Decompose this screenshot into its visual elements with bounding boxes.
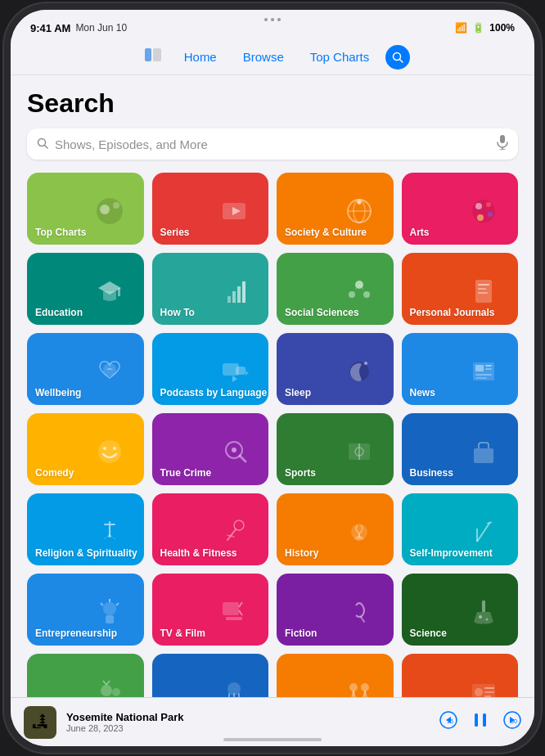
category-card-documentary[interactable]: Documentary <box>402 654 519 697</box>
category-card-series[interactable]: Series <box>152 173 269 245</box>
player-forward-button[interactable]: 30 <box>503 711 521 733</box>
category-card-comedy[interactable]: Comedy <box>27 413 144 485</box>
svg-rect-50 <box>475 377 487 379</box>
svg-rect-30 <box>242 281 245 303</box>
svg-point-89 <box>361 683 369 691</box>
svg-line-84 <box>103 681 106 685</box>
category-icon-tv-film <box>205 578 263 646</box>
battery-pct: 100% <box>489 22 515 34</box>
category-card-mental-health[interactable]: Mental Health <box>152 654 269 697</box>
svg-point-22 <box>486 202 491 207</box>
svg-line-62 <box>227 529 236 540</box>
category-icon-comedy <box>80 418 138 485</box>
category-card-kids-family[interactable]: Kids & Family <box>27 654 144 697</box>
svg-rect-37 <box>478 292 488 294</box>
home-nav-button[interactable]: Home <box>171 45 230 69</box>
mic-icon[interactable] <box>497 135 508 153</box>
category-card-entrepreneurship[interactable]: Entrepreneurship <box>27 574 144 646</box>
category-card-business[interactable]: Business <box>402 413 519 485</box>
topcharts-nav-button[interactable]: Top Charts <box>297 45 383 69</box>
svg-rect-29 <box>237 286 241 303</box>
svg-rect-46 <box>475 365 484 371</box>
svg-text:30: 30 <box>511 718 517 724</box>
dot2 <box>271 18 274 21</box>
category-card-true-crime[interactable]: True Crime <box>152 413 269 485</box>
svg-point-81 <box>486 619 489 621</box>
search-nav-button[interactable] <box>385 45 410 70</box>
category-card-religion-spirituality[interactable]: Religion & Spirituality <box>27 493 144 565</box>
svg-point-65 <box>354 536 364 541</box>
player-back-button[interactable]: 15 <box>439 711 457 733</box>
svg-rect-101 <box>475 713 478 727</box>
svg-point-88 <box>349 683 358 691</box>
category-card-tv-film[interactable]: TV & Film <box>152 574 269 646</box>
status-time: 9:41 AM <box>30 22 70 34</box>
svg-line-68 <box>487 522 492 524</box>
category-label-sports: Sports <box>285 467 316 479</box>
category-label-self-improvement: Self-Improvement <box>410 547 493 559</box>
category-label-arts: Arts <box>410 227 430 238</box>
svg-rect-47 <box>485 365 492 367</box>
category-label-entrepreneurship: Entrepreneurship <box>35 628 117 639</box>
category-card-wellbeing[interactable]: Wellbeing <box>27 333 144 405</box>
category-label-fiction: Fiction <box>285 628 317 639</box>
player-title: Yosemite National Park <box>66 711 430 723</box>
svg-rect-7 <box>500 135 505 143</box>
category-card-how-to[interactable]: How To <box>152 253 269 325</box>
dot1 <box>264 18 268 21</box>
player-info: Yosemite National Park June 28, 2023 <box>66 711 430 733</box>
category-icon-true-crime <box>205 418 263 485</box>
category-card-personal-journals[interactable]: Personal Journals <box>402 253 519 325</box>
category-card-science[interactable]: Science <box>402 574 519 646</box>
category-card-education[interactable]: Education <box>27 253 144 325</box>
svg-rect-34 <box>475 280 492 303</box>
svg-rect-102 <box>483 713 486 727</box>
svg-rect-60 <box>474 448 493 463</box>
svg-point-11 <box>100 205 110 214</box>
search-bar[interactable]: Shows, Episodes, and More <box>27 128 518 160</box>
category-card-news[interactable]: News <box>402 333 519 405</box>
category-card-history[interactable]: History <box>277 493 394 565</box>
category-icon-fiction <box>330 578 388 646</box>
browse-nav-button[interactable]: Browse <box>230 45 297 69</box>
category-card-sleep[interactable]: Sleep <box>277 333 394 405</box>
category-icon-top-charts <box>80 178 138 245</box>
category-icon-science <box>455 578 513 646</box>
svg-point-82 <box>101 685 112 696</box>
svg-rect-49 <box>475 374 492 376</box>
svg-rect-35 <box>478 284 489 286</box>
category-card-sports[interactable]: Sports <box>277 413 394 485</box>
svg-line-76 <box>239 610 242 615</box>
category-icon-series <box>205 178 263 245</box>
status-icons: 📶 🔋 100% <box>455 22 515 34</box>
category-card-health-fitness[interactable]: Health & Fitness <box>152 493 269 565</box>
category-icon-history <box>330 498 388 565</box>
category-label-podcasts-by-language: Podcasts by Language <box>160 387 268 398</box>
category-card-social-sciences[interactable]: Social Sciences <box>277 253 394 325</box>
category-card-self-improvement[interactable]: Self-Improvement <box>402 493 519 565</box>
search-placeholder: Shows, Episodes, and More <box>55 137 490 151</box>
category-card-fiction[interactable]: Fiction <box>277 574 394 646</box>
category-card-relationships[interactable]: Relationships <box>277 654 394 697</box>
sidebar-toggle-button[interactable] <box>135 43 171 70</box>
device-frame: 9:41 AM Mon Jun 10 📶 🔋 100% Home Browse … <box>11 10 534 746</box>
svg-line-67 <box>477 522 490 542</box>
category-card-arts[interactable]: Arts <box>402 173 519 245</box>
category-label-series: Series <box>160 227 190 238</box>
category-label-history: History <box>285 547 318 559</box>
category-label-education: Education <box>35 307 83 318</box>
svg-point-80 <box>479 615 482 619</box>
player-play-pause-button[interactable] <box>471 710 490 734</box>
svg-rect-1 <box>153 48 161 61</box>
category-card-society-culture[interactable]: Society & Culture <box>277 173 394 245</box>
svg-line-78 <box>361 617 364 622</box>
category-card-podcasts-by-language[interactable]: Podcasts by Language <box>152 333 269 405</box>
svg-point-21 <box>475 203 482 209</box>
category-card-top-charts[interactable]: Top Charts <box>27 173 144 245</box>
category-label-true-crime: True Crime <box>160 467 212 479</box>
svg-line-71 <box>101 603 103 605</box>
svg-rect-36 <box>478 288 486 290</box>
category-label-personal-journals: Personal Journals <box>410 307 495 318</box>
svg-point-56 <box>232 448 236 452</box>
svg-marker-42 <box>245 371 249 376</box>
